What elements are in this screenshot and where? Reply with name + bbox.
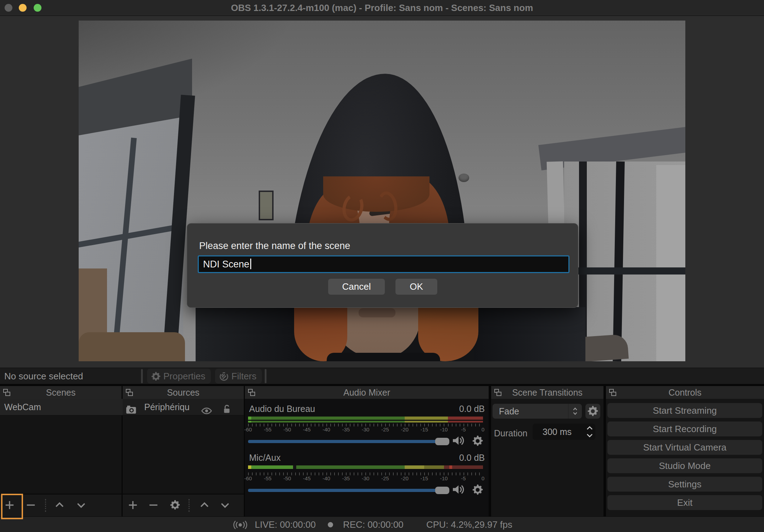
picture-frame [259,191,274,220]
volume-meter [245,417,489,423]
meter-segment [248,417,251,420]
mixer-channel-mic-aux: Mic/Aux 0.0 dB -60-55-50-45-40-35-30-25-… [245,453,489,502]
meter-segment [251,421,405,423]
filters-button[interactable]: Filters [215,369,262,384]
dock-panels: Scenes WebCam Sources [0,384,764,516]
properties-label: Properties [163,371,206,381]
settings-button[interactable]: Settings [607,477,762,492]
right-window-bar-h [564,267,685,275]
chevron-down-icon [76,505,86,511]
hood-shoulder-right [474,307,585,361]
remove-scene-button[interactable] [23,498,39,513]
speaker-icon[interactable] [452,484,465,497]
transition-properties-button[interactable] [585,404,600,419]
cancel-button[interactable]: Cancel [328,279,385,295]
ok-button[interactable]: OK [395,279,437,295]
meter-ticks [248,472,483,475]
remove-source-button[interactable] [146,498,161,513]
meter-tick-label: -5 [461,475,466,481]
scene-name-input[interactable]: NDI Scene [198,255,569,273]
meter-segment [248,421,251,423]
scenes-title: Scenes [0,386,122,399]
smoke-detector [459,174,469,182]
scenes-panel: Scenes WebCam [0,386,122,516]
status-bar: LIVE: 00:00:00 REC: 00:00:00 CPU: 4.2%,2… [0,516,764,532]
speaker-icon[interactable] [452,435,465,448]
meter-tick-label: -60 [244,475,252,481]
lock-open-icon[interactable] [222,402,231,419]
scene-transitions-title: Scene Transitions [491,386,603,399]
meter-tick-label: -45 [303,475,311,481]
meter-tick-labels: -60-55-50-45-40-35-30-25-20-15-10-50 [245,426,489,433]
separator [265,369,266,383]
meter-tick-label: -10 [440,475,448,481]
volume-slider-handle[interactable] [435,438,449,445]
meter-tick-label: -45 [303,426,311,432]
volume-row [245,436,489,446]
popout-icon [609,389,617,398]
window-title: OBS 1.3.1-27.2.4-m100 (mac) - Profile: S… [0,0,764,16]
meter-tick-label: -10 [440,426,448,432]
meter-tick-label: -5 [461,426,466,432]
audio-mixer-body: Audio du Bureau 0.0 dB -60-55-50-45-40-3… [245,399,489,516]
audio-mixer-header: Audio Mixer [245,386,489,399]
visibility-eye-icon[interactable] [201,403,212,420]
mixer-channel-desktop-audio: Audio du Bureau 0.0 dB -60-55-50-45-40-3… [245,404,489,453]
obs-window: OBS 1.3.1-27.2.4-m100 (mac) - Profile: S… [0,0,764,532]
meter-tick-label: -55 [264,426,271,432]
scene-name-dialog: Please enter the name of the scene NDI S… [187,223,578,308]
scene-item-webcam[interactable]: WebCam [0,399,126,415]
meter-tick-label: -55 [264,475,271,481]
meter-segment [405,417,448,420]
duration-field[interactable]: 300 ms [533,424,584,440]
controls-panel: Controls Start Streaming Start Recording… [606,386,764,516]
channel-name: Audio du Bureau [249,404,315,414]
studio-mode-button[interactable]: Studio Mode [607,458,762,473]
sources-list: Périphériqu [123,399,244,516]
chevron-up-icon [200,505,209,511]
meter-tick-label: -30 [362,426,370,432]
spin-up-button[interactable] [584,424,595,432]
audio-mixer-panel: Audio Mixer Audio du Bureau 0.0 dB -60-5… [245,386,489,516]
volume-meter [245,465,489,472]
meter-tick-label: -20 [401,426,409,432]
minus-icon [148,505,158,511]
meter-tick-label: -25 [381,475,389,481]
volume-slider[interactable] [248,440,446,443]
start-streaming-button[interactable]: Start Streaming [607,403,762,418]
source-item[interactable]: Périphériqu [123,399,244,415]
meter-tick-label: -50 [283,475,291,481]
meter-segment [405,465,424,469]
sources-header: Sources [123,386,244,399]
add-source-button[interactable] [125,498,141,513]
separator [189,499,190,512]
source-up-button[interactable] [197,498,212,513]
start-recording-button[interactable]: Start Recording [607,421,762,436]
source-properties-button[interactable] [167,498,183,513]
gear-icon[interactable] [472,436,483,448]
meter-segment [405,421,448,423]
volume-slider-handle[interactable] [435,487,449,494]
hood-shoulder-left [196,307,300,361]
meter-segment [251,417,405,420]
volume-slider[interactable] [248,489,446,492]
preview-area [0,16,764,368]
meter-ticks [248,424,483,426]
transition-select[interactable]: Fade [493,404,582,419]
preview-video[interactable] [79,21,685,361]
gear-icon[interactable] [472,485,483,497]
start-virtual-camera-button[interactable]: Start Virtual Camera [607,440,762,455]
filter-icon [219,370,229,385]
meter-tick-label: -40 [322,426,330,432]
scene-down-button[interactable] [73,498,89,513]
spin-down-button[interactable] [584,432,595,440]
meter-tick-label: 0 [482,475,484,481]
right-window-bright-pane [656,165,685,361]
combo-chevrons-icon[interactable] [568,404,582,419]
scene-up-button[interactable] [52,498,67,513]
gear-icon [151,370,161,385]
exit-button[interactable]: Exit [607,495,762,510]
source-down-button[interactable] [217,498,233,513]
properties-button[interactable]: Properties [147,369,211,384]
volume-slider-fill [248,440,437,443]
